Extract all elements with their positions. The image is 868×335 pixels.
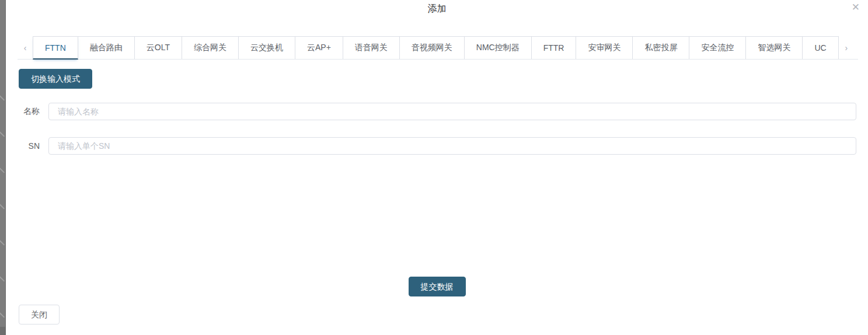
tabs-scroll-left-icon[interactable]: ‹ [18, 36, 33, 59]
name-input[interactable] [48, 103, 856, 120]
sn-form-row: SN [18, 137, 856, 155]
tab-cloud-olt[interactable]: 云OLT [135, 36, 182, 59]
tab-av-gateway[interactable]: 音视频网关 [400, 36, 465, 59]
tab-nmc-controller[interactable]: NMC控制器 [465, 36, 532, 59]
submit-area: 提交数据 [6, 277, 868, 296]
submit-data-button[interactable]: 提交数据 [409, 277, 466, 296]
dialog-title: 添加 [6, 2, 868, 15]
tab-fttn[interactable]: FTTN [33, 36, 78, 60]
tab-security-flow-control[interactable]: 安全流控 [689, 36, 746, 59]
background-strip-mark [0, 168, 5, 173]
sn-input[interactable] [48, 137, 856, 155]
close-icon[interactable]: ✕ [852, 2, 860, 13]
toggle-input-mode-button[interactable]: 切换输入模式 [19, 69, 92, 89]
tab-fusion-router[interactable]: 融合路由 [78, 36, 135, 59]
close-button[interactable]: 关闭 [19, 305, 60, 324]
tab-cloud-ap-plus[interactable]: 云AP+ [295, 36, 343, 59]
background-strip-cap [0, 327, 5, 335]
background-strip-mark [0, 276, 5, 281]
background-strip-mark [0, 95, 5, 100]
background-page-strip [0, 0, 6, 335]
background-strip-mark [0, 240, 5, 245]
device-type-tab-bar: ‹ FTTN融合路由云OLT综合网关云交换机云AP+语音网关音视频网关NMC控制… [18, 36, 858, 60]
tab-list: FTTN融合路由云OLT综合网关云交换机云AP+语音网关音视频网关NMC控制器F… [33, 36, 839, 59]
background-strip-mark [0, 204, 5, 209]
tab-voice-gateway[interactable]: 语音网关 [343, 36, 400, 59]
sn-field-label: SN [18, 141, 40, 151]
name-form-row: 名称 [18, 103, 856, 120]
tab-cloud-switch[interactable]: 云交换机 [239, 36, 295, 59]
tab-smart-gateway[interactable]: 智选网关 [746, 36, 803, 59]
tab-private-screencast[interactable]: 私密投屏 [633, 36, 689, 59]
screen: 添加 ✕ ‹ FTTN融合路由云OLT综合网关云交换机云AP+语音网关音视频网关… [0, 0, 868, 335]
tab-audit-gateway[interactable]: 安审网关 [576, 36, 633, 59]
tabs-scroll-right-icon[interactable]: › [839, 36, 854, 59]
add-dialog: 添加 ✕ ‹ FTTN融合路由云OLT综合网关云交换机云AP+语音网关音视频网关… [6, 0, 868, 335]
background-strip-mark [0, 312, 5, 317]
tab-integrated-gateway[interactable]: 综合网关 [182, 36, 239, 59]
tab-uc[interactable]: UC [803, 36, 838, 59]
tab-fttr[interactable]: FTTR [532, 36, 577, 59]
background-strip-mark [0, 131, 5, 137]
name-field-label: 名称 [18, 106, 40, 117]
